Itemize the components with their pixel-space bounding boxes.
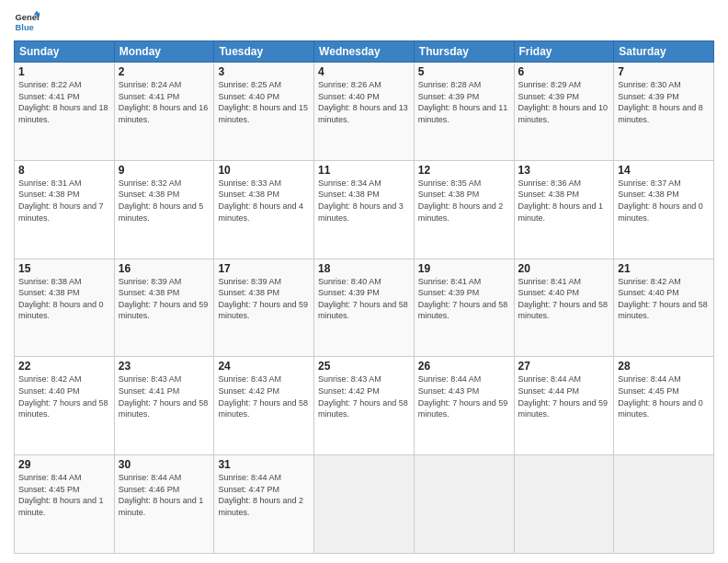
day-info: Sunrise: 8:44 AM Sunset: 4:45 PM Dayligh… <box>18 472 110 518</box>
day-info: Sunrise: 8:39 AM Sunset: 4:38 PM Dayligh… <box>218 276 310 322</box>
day-info: Sunrise: 8:44 AM Sunset: 4:47 PM Dayligh… <box>218 472 310 518</box>
day-info: Sunrise: 8:25 AM Sunset: 4:40 PM Dayligh… <box>218 79 310 125</box>
day-number: 22 <box>18 360 110 373</box>
day-info: Sunrise: 8:43 AM Sunset: 4:41 PM Dayligh… <box>119 373 210 419</box>
day-header-monday: Monday <box>114 41 214 63</box>
day-info: Sunrise: 8:44 AM Sunset: 4:44 PM Dayligh… <box>518 373 610 419</box>
day-info: Sunrise: 8:24 AM Sunset: 4:41 PM Dayligh… <box>119 79 210 125</box>
day-cell: 8 Sunrise: 8:31 AM Sunset: 4:38 PM Dayli… <box>15 160 115 259</box>
day-number: 11 <box>318 164 410 177</box>
day-number: 14 <box>618 164 710 177</box>
day-info: Sunrise: 8:42 AM Sunset: 4:40 PM Dayligh… <box>18 373 110 419</box>
day-info: Sunrise: 8:32 AM Sunset: 4:38 PM Dayligh… <box>119 178 210 224</box>
day-number: 31 <box>218 458 310 471</box>
day-cell <box>614 455 714 554</box>
day-info: Sunrise: 8:36 AM Sunset: 4:38 PM Dayligh… <box>518 178 610 224</box>
day-number: 24 <box>218 360 310 373</box>
day-cell: 26 Sunrise: 8:44 AM Sunset: 4:43 PM Dayl… <box>414 357 514 455</box>
day-cell: 25 Sunrise: 8:43 AM Sunset: 4:42 PM Dayl… <box>314 357 415 455</box>
day-number: 12 <box>418 164 510 177</box>
day-cell: 13 Sunrise: 8:36 AM Sunset: 4:38 PM Dayl… <box>514 160 614 259</box>
day-cell: 23 Sunrise: 8:43 AM Sunset: 4:41 PM Dayl… <box>114 357 214 455</box>
day-number: 27 <box>518 360 610 373</box>
day-number: 8 <box>18 164 110 177</box>
day-cell: 30 Sunrise: 8:44 AM Sunset: 4:46 PM Dayl… <box>114 455 214 554</box>
day-cell: 28 Sunrise: 8:44 AM Sunset: 4:45 PM Dayl… <box>614 357 714 455</box>
day-number: 10 <box>218 164 310 177</box>
day-cell: 29 Sunrise: 8:44 AM Sunset: 4:45 PM Dayl… <box>15 455 115 554</box>
week-row-4: 22 Sunrise: 8:42 AM Sunset: 4:40 PM Dayl… <box>15 357 714 455</box>
day-info: Sunrise: 8:30 AM Sunset: 4:39 PM Dayligh… <box>618 79 710 125</box>
day-cell: 18 Sunrise: 8:40 AM Sunset: 4:39 PM Dayl… <box>314 259 415 357</box>
day-info: Sunrise: 8:34 AM Sunset: 4:38 PM Dayligh… <box>318 178 410 224</box>
day-cell: 2 Sunrise: 8:24 AM Sunset: 4:41 PM Dayli… <box>114 63 214 161</box>
day-number: 2 <box>119 65 210 78</box>
day-info: Sunrise: 8:44 AM Sunset: 4:46 PM Dayligh… <box>119 472 210 518</box>
day-info: Sunrise: 8:41 AM Sunset: 4:39 PM Dayligh… <box>418 276 510 322</box>
day-info: Sunrise: 8:31 AM Sunset: 4:38 PM Dayligh… <box>18 178 110 224</box>
day-header-thursday: Thursday <box>414 41 514 63</box>
day-cell <box>314 455 415 554</box>
day-number: 6 <box>518 65 610 78</box>
day-cell: 11 Sunrise: 8:34 AM Sunset: 4:38 PM Dayl… <box>314 160 415 259</box>
day-cell: 22 Sunrise: 8:42 AM Sunset: 4:40 PM Dayl… <box>15 357 115 455</box>
day-cell: 27 Sunrise: 8:44 AM Sunset: 4:44 PM Dayl… <box>514 357 614 455</box>
day-number: 20 <box>518 262 610 275</box>
day-info: Sunrise: 8:22 AM Sunset: 4:41 PM Dayligh… <box>18 79 110 125</box>
day-cell: 14 Sunrise: 8:37 AM Sunset: 4:38 PM Dayl… <box>614 160 714 259</box>
svg-text:Blue: Blue <box>16 23 34 32</box>
day-info: Sunrise: 8:43 AM Sunset: 4:42 PM Dayligh… <box>218 373 310 419</box>
day-info: Sunrise: 8:29 AM Sunset: 4:39 PM Dayligh… <box>518 79 610 125</box>
day-info: Sunrise: 8:38 AM Sunset: 4:38 PM Dayligh… <box>18 276 110 322</box>
day-number: 17 <box>218 262 310 275</box>
day-cell: 31 Sunrise: 8:44 AM Sunset: 4:47 PM Dayl… <box>214 455 314 554</box>
day-number: 13 <box>518 164 610 177</box>
day-header-wednesday: Wednesday <box>314 41 415 63</box>
day-number: 3 <box>218 65 310 78</box>
day-info: Sunrise: 8:35 AM Sunset: 4:38 PM Dayligh… <box>418 178 510 224</box>
day-number: 29 <box>18 458 110 471</box>
day-number: 5 <box>418 65 510 78</box>
day-cell: 16 Sunrise: 8:39 AM Sunset: 4:38 PM Dayl… <box>114 259 214 357</box>
day-info: Sunrise: 8:44 AM Sunset: 4:43 PM Dayligh… <box>418 373 510 419</box>
day-number: 7 <box>618 65 710 78</box>
day-cell: 3 Sunrise: 8:25 AM Sunset: 4:40 PM Dayli… <box>214 63 314 161</box>
day-cell: 12 Sunrise: 8:35 AM Sunset: 4:38 PM Dayl… <box>414 160 514 259</box>
day-number: 23 <box>119 360 210 373</box>
day-number: 18 <box>318 262 410 275</box>
week-row-2: 8 Sunrise: 8:31 AM Sunset: 4:38 PM Dayli… <box>15 160 714 259</box>
day-info: Sunrise: 8:33 AM Sunset: 4:38 PM Dayligh… <box>218 178 310 224</box>
day-number: 15 <box>18 262 110 275</box>
day-number: 1 <box>18 65 110 78</box>
day-cell: 17 Sunrise: 8:39 AM Sunset: 4:38 PM Dayl… <box>214 259 314 357</box>
day-number: 21 <box>618 262 710 275</box>
day-number: 19 <box>418 262 510 275</box>
day-number: 16 <box>119 262 210 275</box>
day-cell: 21 Sunrise: 8:42 AM Sunset: 4:40 PM Dayl… <box>614 259 714 357</box>
day-header-sunday: Sunday <box>15 41 115 63</box>
day-header-friday: Friday <box>514 41 614 63</box>
day-number: 30 <box>119 458 210 471</box>
day-number: 25 <box>318 360 410 373</box>
page: General Blue SundayMondayTuesdayWednesda… <box>0 0 728 563</box>
day-cell <box>514 455 614 554</box>
day-header-tuesday: Tuesday <box>214 41 314 63</box>
day-cell: 19 Sunrise: 8:41 AM Sunset: 4:39 PM Dayl… <box>414 259 514 357</box>
logo: General Blue <box>14 9 43 35</box>
day-info: Sunrise: 8:42 AM Sunset: 4:40 PM Dayligh… <box>618 276 710 322</box>
day-info: Sunrise: 8:43 AM Sunset: 4:42 PM Dayligh… <box>318 373 410 419</box>
day-info: Sunrise: 8:44 AM Sunset: 4:45 PM Dayligh… <box>618 373 710 419</box>
day-number: 4 <box>318 65 410 78</box>
day-cell <box>414 455 514 554</box>
day-cell: 9 Sunrise: 8:32 AM Sunset: 4:38 PM Dayli… <box>114 160 214 259</box>
day-cell: 6 Sunrise: 8:29 AM Sunset: 4:39 PM Dayli… <box>514 63 614 161</box>
day-cell: 24 Sunrise: 8:43 AM Sunset: 4:42 PM Dayl… <box>214 357 314 455</box>
day-cell: 4 Sunrise: 8:26 AM Sunset: 4:40 PM Dayli… <box>314 63 415 161</box>
week-row-5: 29 Sunrise: 8:44 AM Sunset: 4:45 PM Dayl… <box>15 455 714 554</box>
day-info: Sunrise: 8:37 AM Sunset: 4:38 PM Dayligh… <box>618 178 710 224</box>
day-cell: 5 Sunrise: 8:28 AM Sunset: 4:39 PM Dayli… <box>414 63 514 161</box>
day-info: Sunrise: 8:28 AM Sunset: 4:39 PM Dayligh… <box>418 79 510 125</box>
day-cell: 10 Sunrise: 8:33 AM Sunset: 4:38 PM Dayl… <box>214 160 314 259</box>
day-info: Sunrise: 8:39 AM Sunset: 4:38 PM Dayligh… <box>119 276 210 322</box>
day-cell: 1 Sunrise: 8:22 AM Sunset: 4:41 PM Dayli… <box>15 63 115 161</box>
